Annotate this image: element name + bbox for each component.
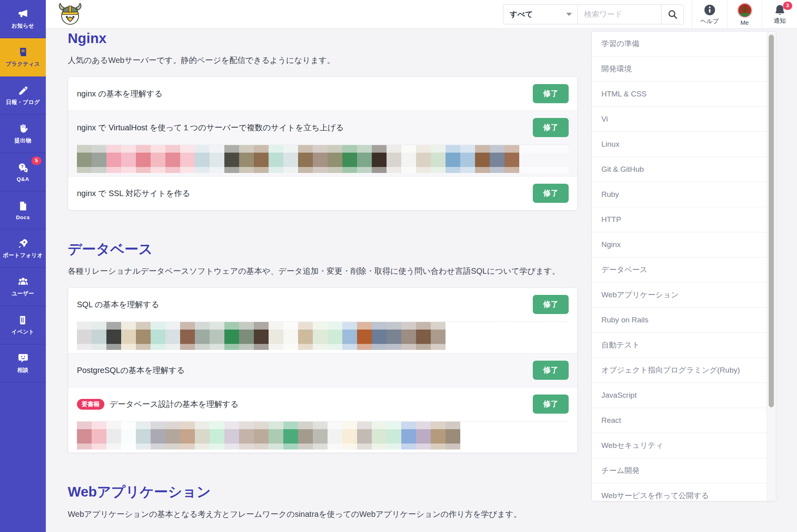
category-item[interactable]: Webセキュリティ [592, 433, 767, 458]
category-item[interactable]: 学習の準備 [592, 31, 767, 57]
user-avatar[interactable] [165, 145, 180, 173]
user-avatar[interactable] [269, 422, 283, 450]
category-item[interactable]: Webアプリケーション [592, 283, 767, 308]
user-avatar[interactable] [269, 322, 283, 350]
user-avatar[interactable] [313, 422, 328, 450]
user-avatar[interactable] [387, 422, 401, 450]
user-avatar[interactable] [372, 322, 387, 350]
user-avatar[interactable] [401, 145, 416, 173]
sidebar-item-users[interactable]: ユーザー [0, 268, 46, 306]
help-button[interactable]: ヘルプ [692, 0, 727, 28]
practice-item-title[interactable]: nginx で VirtualHost を使って１つのサーバーで複数のサイトを立… [77, 122, 526, 133]
me-button[interactable]: Me [727, 0, 762, 28]
user-avatar[interactable] [298, 322, 313, 350]
user-avatar[interactable] [77, 422, 92, 450]
category-item[interactable]: オブジェクト指向プログラミング(Ruby) [592, 358, 767, 383]
category-item[interactable]: HTML & CSS [592, 82, 767, 107]
user-avatar[interactable] [283, 422, 298, 450]
user-avatar[interactable] [224, 322, 239, 350]
complete-button[interactable]: 修了 [533, 295, 569, 314]
sidebar-item-qa-bubbles[interactable]: 5 ? Q&A [0, 153, 46, 191]
user-avatar[interactable] [342, 422, 357, 450]
user-avatar[interactable] [283, 322, 298, 350]
user-avatar[interactable] [401, 422, 416, 450]
user-avatar[interactable] [490, 145, 505, 173]
user-avatar[interactable] [357, 145, 372, 173]
category-item[interactable]: チーム開発 [592, 458, 767, 483]
user-avatar[interactable] [239, 322, 254, 350]
sidebar-item-book[interactable]: プラクティス [0, 38, 46, 77]
user-avatar[interactable] [313, 322, 328, 350]
user-avatar[interactable] [180, 422, 195, 450]
user-avatar[interactable] [224, 145, 239, 173]
category-item[interactable]: Git & GitHub [592, 157, 767, 182]
sidebar-item-hand[interactable]: 提出物 [0, 115, 46, 153]
search-button[interactable] [661, 5, 683, 24]
user-avatar[interactable] [416, 422, 431, 450]
site-logo[interactable] [58, 1, 82, 27]
sidebar-item-pencil[interactable]: 日報・ブログ [0, 77, 46, 115]
user-avatar[interactable] [401, 322, 416, 350]
user-avatar[interactable] [121, 145, 136, 173]
user-avatar[interactable] [342, 145, 357, 173]
user-avatar[interactable] [328, 322, 342, 350]
category-item[interactable]: 開発環境 [592, 57, 767, 82]
user-avatar[interactable] [254, 422, 269, 450]
user-avatar[interactable] [431, 422, 446, 450]
user-avatar[interactable] [92, 322, 106, 350]
user-avatar[interactable] [121, 322, 136, 350]
category-item[interactable]: React [592, 408, 767, 433]
user-avatar[interactable] [106, 322, 121, 350]
user-avatar[interactable] [106, 422, 121, 450]
user-avatar[interactable] [77, 145, 92, 173]
sidebar-item-megaphone[interactable]: お知らせ [0, 0, 46, 38]
user-avatar[interactable] [180, 322, 195, 350]
user-avatar[interactable] [92, 145, 106, 173]
user-avatar[interactable] [431, 145, 446, 173]
practice-item-title[interactable]: nginx の基本を理解する [77, 88, 526, 99]
user-avatar[interactable] [254, 322, 269, 350]
practice-item-title[interactable]: 要書籍 データベース設計の基本を理解する [77, 399, 526, 410]
user-avatar[interactable] [106, 145, 121, 173]
user-avatar[interactable] [387, 145, 401, 173]
user-avatar[interactable] [387, 322, 401, 350]
user-avatar[interactable] [269, 145, 283, 173]
user-avatar[interactable] [254, 145, 269, 173]
user-avatar[interactable] [165, 322, 180, 350]
category-item[interactable]: Linux [592, 132, 767, 157]
user-avatar[interactable] [372, 422, 387, 450]
user-avatar[interactable] [239, 145, 254, 173]
practice-item-title[interactable]: PostgreSQLの基本を理解する [77, 365, 526, 376]
user-avatar[interactable] [151, 145, 165, 173]
user-avatar[interactable] [239, 422, 254, 450]
user-avatar[interactable] [372, 145, 387, 173]
sidebar-item-beer-mug[interactable]: イベント [0, 306, 46, 344]
user-avatar[interactable] [210, 322, 224, 350]
user-avatar[interactable] [298, 145, 313, 173]
user-avatar[interactable] [475, 145, 490, 173]
user-avatar[interactable] [77, 322, 92, 350]
user-avatar[interactable] [298, 422, 313, 450]
user-avatar[interactable] [431, 322, 446, 350]
complete-button[interactable]: 修了 [533, 361, 569, 380]
user-avatar[interactable] [283, 145, 298, 173]
user-avatar[interactable] [195, 322, 210, 350]
sidebar-item-rocket[interactable]: ポートフォリオ [0, 230, 46, 268]
practice-item-title[interactable]: nginx で SSL 対応サイトを作る [77, 188, 526, 199]
user-avatar[interactable] [416, 322, 431, 350]
notifications-button[interactable]: 3 通知 [762, 0, 797, 28]
user-avatar[interactable] [151, 322, 165, 350]
practice-item-title[interactable]: SQL の基本を理解する [77, 299, 526, 310]
sidebar-item-chat-smile[interactable]: 相談 [0, 344, 46, 383]
user-avatar[interactable] [136, 145, 151, 173]
category-item[interactable]: Ruby on Rails [592, 308, 767, 333]
search-scope-select[interactable]: すべて [503, 5, 578, 24]
user-avatar[interactable] [328, 422, 342, 450]
user-avatar[interactable] [136, 422, 151, 450]
user-avatar[interactable] [357, 322, 372, 350]
user-avatar[interactable] [121, 422, 136, 450]
user-avatar[interactable] [460, 145, 475, 173]
user-avatar[interactable] [505, 145, 519, 173]
scrollbar-track[interactable] [767, 31, 776, 501]
user-avatar[interactable] [92, 422, 106, 450]
